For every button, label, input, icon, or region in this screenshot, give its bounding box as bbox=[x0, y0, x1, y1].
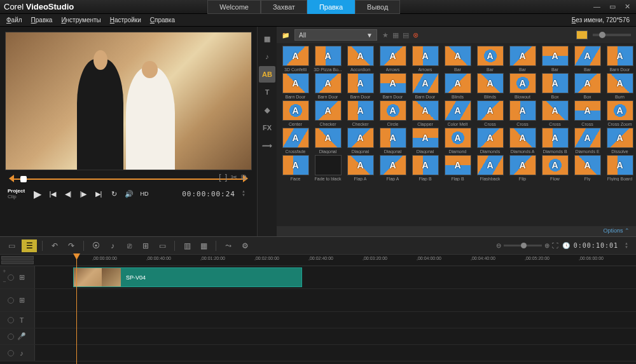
eye-icon[interactable] bbox=[8, 350, 14, 356]
main-tab-правка[interactable]: Правка bbox=[307, 0, 355, 14]
library-tab-title[interactable]: T bbox=[259, 84, 275, 100]
cut-button[interactable]: ✂ bbox=[231, 173, 237, 182]
video-clip[interactable]: SP-V04 bbox=[73, 267, 302, 287]
ruler-head-controls[interactable] bbox=[0, 255, 35, 266]
options-toggle[interactable]: Options ⌃ bbox=[277, 226, 636, 236]
transition-item[interactable]: Face bbox=[280, 155, 310, 181]
transition-item[interactable]: Diagonal bbox=[378, 128, 408, 154]
library-tab-media[interactable]: ▦ bbox=[259, 30, 275, 47]
snapshot-button[interactable]: ⧉ bbox=[241, 173, 247, 182]
transition-item[interactable]: Checker bbox=[313, 100, 343, 126]
eye-icon[interactable] bbox=[8, 297, 14, 304]
eye-icon[interactable] bbox=[8, 317, 14, 323]
timeline-ruler[interactable]: ,00:00:00:00,00:00:40:00,00:01:20:00,00:… bbox=[0, 255, 636, 266]
track-manager-button[interactable]: ▦ bbox=[197, 239, 211, 252]
transition-item[interactable]: Barn Door bbox=[345, 73, 375, 99]
main-tab-захват[interactable]: Захват bbox=[261, 0, 307, 14]
transition-item[interactable]: Barn Door bbox=[378, 73, 408, 99]
overlay-track-1-content[interactable] bbox=[35, 289, 636, 311]
transition-item[interactable]: Flap B bbox=[443, 155, 473, 181]
transition-item[interactable]: Burn bbox=[605, 73, 635, 99]
menu-tools[interactable]: Инструменты bbox=[61, 17, 100, 24]
transition-item[interactable]: Blowout bbox=[508, 73, 537, 99]
eye-icon[interactable] bbox=[8, 334, 14, 340]
settings-button[interactable]: ⚙ bbox=[238, 239, 252, 252]
audio-tool-button[interactable]: ♪ bbox=[106, 239, 120, 252]
transition-item[interactable]: Diamond bbox=[443, 128, 473, 154]
transition-item[interactable]: Bar bbox=[475, 46, 505, 72]
transition-item[interactable]: Accordion bbox=[345, 46, 375, 72]
transition-item[interactable]: Diamonds B bbox=[540, 128, 570, 154]
voice-track-content[interactable] bbox=[35, 328, 636, 344]
main-tab-вывод[interactable]: Вывод bbox=[355, 0, 400, 14]
transition-item[interactable]: Diamonds bbox=[475, 128, 505, 154]
loop-button[interactable]: ↻ bbox=[108, 188, 120, 199]
transition-item[interactable]: Flashback bbox=[475, 155, 505, 181]
prev-frame-button[interactable]: ◀| bbox=[62, 188, 74, 199]
go-start-button[interactable]: |◀ bbox=[47, 188, 59, 199]
music-track-header[interactable]: ♪ bbox=[0, 345, 35, 361]
transition-item[interactable]: Diamonds A bbox=[508, 128, 537, 154]
mode-clip[interactable]: Clip bbox=[8, 194, 25, 199]
zoom-out-button[interactable]: ⊖ bbox=[496, 242, 501, 249]
volume-button[interactable]: 🔊 bbox=[123, 188, 135, 199]
menu-help[interactable]: Справка bbox=[150, 17, 175, 24]
transition-item[interactable]: Bar bbox=[572, 46, 602, 72]
view-mode-toggle[interactable] bbox=[576, 30, 588, 39]
transition-item[interactable]: Barn Door bbox=[605, 46, 635, 72]
lib-tool-1-icon[interactable]: ▦ bbox=[392, 31, 399, 39]
transition-item[interactable]: Cross bbox=[475, 100, 505, 126]
mark-in-handle[interactable] bbox=[9, 175, 14, 182]
go-end-button[interactable]: ▶| bbox=[93, 188, 104, 199]
zoom-in-button[interactable]: ⊕ bbox=[544, 242, 550, 249]
timeline-playhead[interactable] bbox=[76, 255, 77, 364]
menu-file[interactable]: Файл bbox=[6, 17, 22, 24]
transition-item[interactable]: Arrows bbox=[410, 46, 440, 72]
transition-item[interactable]: Blinds bbox=[443, 73, 473, 99]
transition-item[interactable]: Fade to black bbox=[313, 155, 343, 181]
transition-item[interactable]: Cross bbox=[508, 100, 537, 126]
redo-button[interactable]: ↷ bbox=[64, 239, 78, 252]
timeline-timecode-stepper[interactable]: ▲▼ bbox=[625, 241, 632, 250]
library-filter-dropdown[interactable]: All▼ bbox=[294, 29, 377, 41]
transition-item[interactable]: Checker bbox=[345, 100, 375, 126]
transition-item[interactable]: Barn Door bbox=[410, 73, 440, 99]
thumbnail-zoom-slider[interactable] bbox=[593, 34, 631, 36]
library-tab-path[interactable]: ⟿ bbox=[259, 137, 275, 154]
multitrim-button[interactable]: ▥ bbox=[180, 239, 194, 252]
transition-item[interactable]: Flow bbox=[540, 155, 570, 181]
transition-item[interactable]: Box bbox=[540, 73, 570, 99]
transition-item[interactable]: Color Melt bbox=[443, 100, 473, 126]
video-track-1-content[interactable]: SP-V04 bbox=[35, 266, 636, 288]
timeline-zoom-slider[interactable] bbox=[504, 245, 542, 246]
transition-item[interactable]: Bar bbox=[443, 46, 473, 72]
lib-tool-2-icon[interactable]: ▤ bbox=[403, 31, 409, 39]
storyboard-mode-button[interactable]: ▭ bbox=[4, 239, 19, 252]
mode-project[interactable]: Project bbox=[8, 188, 25, 194]
transition-item[interactable]: Flap B bbox=[410, 155, 440, 181]
transition-item[interactable]: Flap A bbox=[378, 155, 408, 181]
add-track-button[interactable]: + bbox=[0, 266, 9, 276]
transition-item[interactable]: Flying Board bbox=[605, 155, 635, 181]
transition-item[interactable]: Bar bbox=[508, 46, 537, 72]
transition-item[interactable]: Clapper bbox=[410, 100, 440, 126]
lib-tool-3-icon[interactable]: ⊗ bbox=[413, 31, 418, 39]
menu-settings[interactable]: Настройки bbox=[110, 17, 141, 24]
transition-item[interactable]: Blinds bbox=[475, 73, 505, 99]
hd-toggle[interactable]: HD bbox=[139, 188, 150, 199]
timeline-mode-button[interactable]: ☰ bbox=[22, 239, 37, 252]
timecode-display[interactable]: 00:00:00:24 bbox=[182, 190, 235, 198]
mixer-button[interactable]: ⎚ bbox=[122, 239, 136, 252]
library-tab-sound[interactable]: ♪ bbox=[259, 48, 275, 65]
mark-out-button[interactable]: ] bbox=[225, 173, 227, 182]
maximize-button[interactable]: ▭ bbox=[607, 3, 618, 11]
transition-item[interactable]: Barn Door bbox=[313, 73, 343, 99]
timecode-stepper[interactable]: ▲▼ bbox=[242, 189, 249, 198]
favorite-icon[interactable]: ★ bbox=[382, 31, 389, 39]
folder-icon[interactable]: 📁 bbox=[282, 32, 289, 39]
record-button[interactable]: ⦿ bbox=[89, 239, 103, 252]
transition-item[interactable]: Cross bbox=[572, 100, 602, 126]
preview-scrubber[interactable]: [ ] ✂ ⧉ bbox=[5, 174, 252, 184]
transition-item[interactable]: Center bbox=[280, 100, 310, 126]
transition-item[interactable]: Diagonal bbox=[313, 128, 343, 154]
